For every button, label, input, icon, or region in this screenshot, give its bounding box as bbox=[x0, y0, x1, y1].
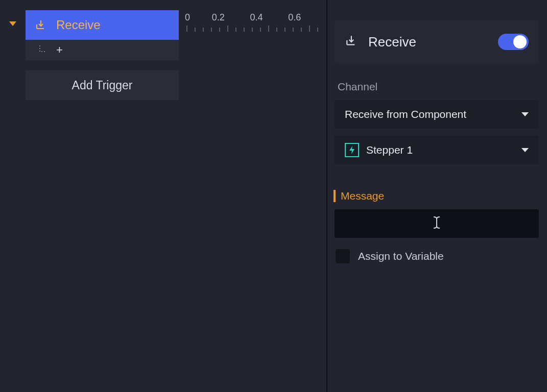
message-section-label: Message bbox=[334, 190, 539, 202]
bolt-icon bbox=[345, 143, 359, 157]
trigger-add-action[interactable]: + bbox=[26, 40, 179, 60]
trigger-receive[interactable]: Receive bbox=[26, 10, 179, 40]
branch-icon bbox=[38, 44, 49, 56]
add-trigger-button[interactable]: Add Trigger bbox=[26, 70, 179, 100]
enable-toggle[interactable] bbox=[498, 34, 529, 50]
timeline-panel: 0 0.2 0.4 0.6 bbox=[179, 0, 327, 392]
channel-mode-value: Receive from Component bbox=[345, 108, 466, 120]
component-dropdown[interactable]: Stepper 1 bbox=[335, 136, 539, 164]
tick-label: 0.6 bbox=[288, 12, 326, 23]
tick-label: 0.4 bbox=[250, 12, 289, 23]
assign-to-variable-row: Assign to Variable bbox=[335, 249, 539, 263]
add-trigger-label: Add Trigger bbox=[72, 79, 133, 92]
text-cursor-icon bbox=[432, 216, 441, 231]
caret-down-icon[interactable] bbox=[9, 21, 16, 26]
chevron-down-icon bbox=[521, 112, 529, 116]
component-name: Stepper 1 bbox=[366, 144, 413, 156]
inspector-panel: Receive Channel Receive from Component S… bbox=[327, 0, 547, 392]
trigger-receive-label: Receive bbox=[56, 18, 101, 32]
assign-checkbox[interactable] bbox=[336, 249, 350, 263]
inspector-header: Receive bbox=[335, 20, 539, 63]
assign-label: Assign to Variable bbox=[358, 250, 444, 262]
timeline-ticks bbox=[184, 26, 326, 34]
tick-label: 0.2 bbox=[212, 12, 250, 23]
message-input[interactable] bbox=[335, 209, 539, 238]
receive-icon bbox=[345, 34, 359, 50]
channel-mode-dropdown[interactable]: Receive from Component bbox=[335, 100, 539, 129]
plus-icon: + bbox=[56, 43, 63, 57]
toggle-knob bbox=[513, 35, 527, 48]
receive-icon bbox=[35, 18, 48, 32]
chevron-down-icon bbox=[521, 148, 529, 152]
timeline-ruler[interactable]: 0 0.2 0.4 0.6 bbox=[179, 0, 326, 36]
channel-section-label: Channel bbox=[335, 81, 539, 93]
tick-label: 0 bbox=[179, 12, 212, 23]
inspector-title: Receive bbox=[368, 34, 416, 50]
trigger-panel: Receive + Add Trigger bbox=[0, 0, 179, 392]
